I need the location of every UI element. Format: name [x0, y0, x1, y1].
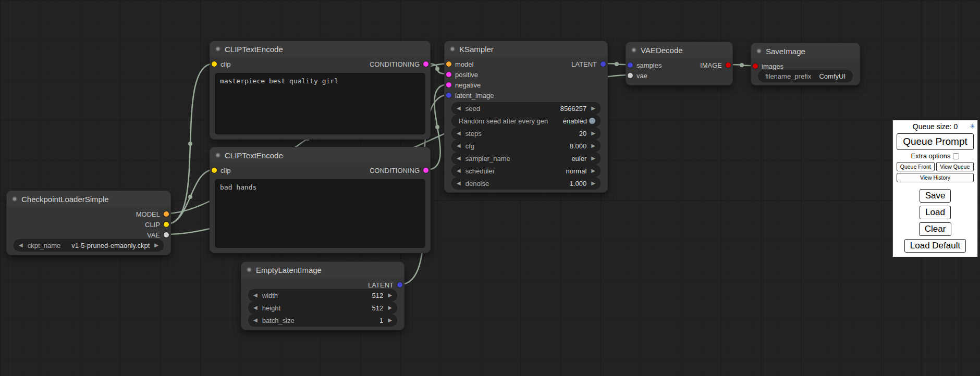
latent-image-input-dot[interactable]	[446, 93, 451, 98]
clear-button[interactable]: Clear	[919, 222, 952, 236]
view-queue-button[interactable]: View Queue	[936, 162, 974, 171]
increment-arrow-icon[interactable]: ▶	[154, 243, 158, 248]
queue-prompt-button[interactable]: Queue Prompt	[897, 133, 974, 150]
increment-arrow-icon[interactable]: ▶	[388, 305, 392, 310]
decrement-arrow-icon[interactable]: ◀	[457, 143, 461, 148]
ckpt-name-widget[interactable]: ◀ ckpt_name v1-5-pruned-emaonly.ckpt ▶	[14, 240, 163, 251]
prompt-textarea[interactable]: bad hands	[215, 180, 425, 247]
node-empty-latent-image[interactable]: EmptyLatentImage LATENT ◀ width 512 ▶ ◀ …	[241, 261, 405, 330]
toggle-on-indicator[interactable]	[589, 118, 595, 124]
widget-value: 512	[372, 304, 384, 312]
node-title-bar: CLIPTextEncode	[210, 41, 430, 57]
model-input-dot[interactable]	[446, 61, 451, 67]
decrement-arrow-icon[interactable]: ◀	[457, 156, 461, 161]
scheduler-widget[interactable]: ◀ scheduler normal ▶	[452, 165, 600, 177]
collapse-dot-icon[interactable]	[247, 267, 252, 272]
increment-arrow-icon[interactable]: ▶	[591, 143, 595, 148]
queue-front-button[interactable]: Queue Front	[897, 162, 935, 171]
widget-value: 8.000	[570, 142, 587, 150]
node-ksampler[interactable]: KSampler model positive negative latent_…	[444, 41, 608, 193]
node-clip-text-encode-positive[interactable]: CLIPTextEncode clip CONDITIONING masterp…	[210, 41, 431, 140]
collapse-dot-icon[interactable]	[215, 46, 220, 52]
extra-options-checkbox[interactable]	[953, 153, 959, 159]
widget-value: 20	[579, 130, 586, 137]
clip-input-dot[interactable]	[212, 61, 217, 67]
model-output-dot[interactable]	[164, 211, 169, 217]
node-vae-decode[interactable]: VAEDecode samples vae IMAGE	[626, 42, 733, 85]
decrement-arrow-icon[interactable]: ◀	[19, 243, 23, 248]
save-button[interactable]: Save	[920, 189, 951, 203]
steps-widget[interactable]: ◀ steps 20 ▶	[452, 128, 600, 139]
collapse-dot-icon[interactable]	[12, 196, 17, 202]
node-title: CLIPTextEncode	[225, 151, 283, 160]
filename-prefix-widget[interactable]: filename_prefix ComfyUI	[758, 70, 852, 82]
output-slot-image: IMAGE	[700, 60, 731, 70]
slot-label: MODEL	[136, 210, 160, 218]
input-slot-negative: negative	[446, 80, 481, 90]
widget-label: height	[262, 304, 280, 312]
widget-label: scheduler	[466, 167, 495, 175]
node-title-bar: CLIPTextEncode	[210, 147, 430, 163]
latent-output-dot[interactable]	[397, 282, 402, 287]
clip-input-dot[interactable]	[212, 168, 217, 173]
conditioning-output-dot[interactable]	[423, 61, 428, 67]
decrement-arrow-icon[interactable]: ◀	[253, 305, 258, 310]
images-input-dot[interactable]	[753, 64, 758, 69]
node-title-bar: CheckpointLoaderSimple	[7, 191, 170, 207]
slot-label: CLIP	[145, 221, 160, 229]
widget-label: width	[262, 292, 278, 299]
seed-widget[interactable]: ◀ seed 8566257 ▶	[452, 103, 600, 114]
menu-header: Queue size: 0 ✳	[897, 122, 974, 132]
load-default-button[interactable]: Load Default	[904, 239, 966, 253]
random-seed-toggle-widget[interactable]: Random seed after every gen enabled	[452, 115, 600, 127]
increment-arrow-icon[interactable]: ▶	[591, 106, 595, 111]
decrement-arrow-icon[interactable]: ◀	[457, 181, 461, 186]
increment-arrow-icon[interactable]: ▶	[591, 181, 595, 186]
collapse-dot-icon[interactable]	[450, 46, 455, 52]
node-checkpoint-loader[interactable]: CheckpointLoaderSimple MODEL CLIP VAE ◀ …	[6, 191, 171, 255]
collapse-dot-icon[interactable]	[631, 47, 636, 53]
output-slot-latent: LATENT	[368, 280, 402, 290]
view-history-button[interactable]: View History	[897, 173, 974, 182]
increment-arrow-icon[interactable]: ▶	[388, 318, 392, 323]
decrement-arrow-icon[interactable]: ◀	[457, 106, 461, 111]
vae-input-dot[interactable]	[628, 73, 633, 78]
samples-input-dot[interactable]	[628, 62, 633, 68]
increment-arrow-icon[interactable]: ▶	[591, 168, 595, 173]
negative-input-dot[interactable]	[446, 82, 451, 87]
prompt-textarea[interactable]: masterpiece best quality girl	[215, 73, 425, 134]
queue-buttons-row: Queue Front View Queue	[897, 162, 974, 171]
settings-gear-icon[interactable]: ✳	[970, 122, 975, 130]
output-slot-conditioning: CONDITIONING	[370, 165, 428, 176]
decrement-arrow-icon[interactable]: ◀	[457, 168, 461, 173]
collapse-dot-icon[interactable]	[756, 48, 762, 54]
input-slot-positive: positive	[446, 69, 478, 80]
node-graph-canvas[interactable]: { "canvas": { "bg_color": "#222222", "li…	[0, 0, 980, 376]
cfg-widget[interactable]: ◀ cfg 8.000 ▶	[452, 140, 600, 152]
height-widget[interactable]: ◀ height 512 ▶	[249, 302, 397, 314]
output-slot-clip: CLIP	[145, 219, 169, 230]
widget-value: 1.000	[570, 180, 587, 187]
load-button[interactable]: Load	[920, 206, 951, 219]
batch-size-widget[interactable]: ◀ batch_size 1 ▶	[249, 315, 397, 326]
increment-arrow-icon[interactable]: ▶	[388, 293, 392, 298]
clip-output-dot[interactable]	[164, 222, 169, 227]
denoise-widget[interactable]: ◀ denoise 1.000 ▶	[452, 178, 600, 189]
positive-input-dot[interactable]	[446, 72, 451, 77]
widget-value: ComfyUI	[819, 72, 846, 80]
image-output-dot[interactable]	[726, 62, 731, 68]
increment-arrow-icon[interactable]: ▶	[591, 131, 595, 136]
slot-label: clip	[220, 60, 231, 68]
increment-arrow-icon[interactable]: ▶	[591, 156, 595, 161]
decrement-arrow-icon[interactable]: ◀	[253, 318, 258, 323]
width-widget[interactable]: ◀ width 512 ▶	[249, 290, 397, 301]
decrement-arrow-icon[interactable]: ◀	[253, 293, 258, 298]
latent-output-dot[interactable]	[601, 61, 606, 67]
node-save-image[interactable]: SaveImage images filename_prefix ComfyUI	[751, 43, 860, 85]
conditioning-output-dot[interactable]	[423, 168, 428, 173]
node-clip-text-encode-negative[interactable]: CLIPTextEncode clip CONDITIONING bad han…	[210, 147, 431, 253]
vae-output-dot[interactable]	[164, 232, 169, 237]
decrement-arrow-icon[interactable]: ◀	[457, 131, 461, 136]
sampler-name-widget[interactable]: ◀ sampler_name euler ▶	[452, 153, 600, 164]
collapse-dot-icon[interactable]	[215, 153, 220, 158]
